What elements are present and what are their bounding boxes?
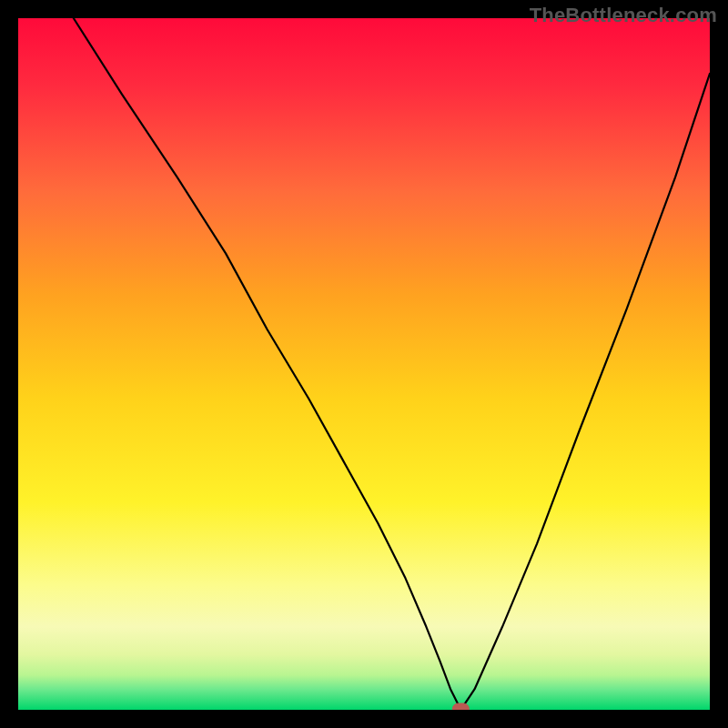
chart-frame: TheBottleneck.com xyxy=(0,0,728,728)
curve-layer xyxy=(18,18,710,710)
plot-area xyxy=(18,18,710,710)
bottleneck-curve xyxy=(74,18,710,710)
watermark-text: TheBottleneck.com xyxy=(530,4,717,27)
minimum-marker xyxy=(452,703,469,710)
